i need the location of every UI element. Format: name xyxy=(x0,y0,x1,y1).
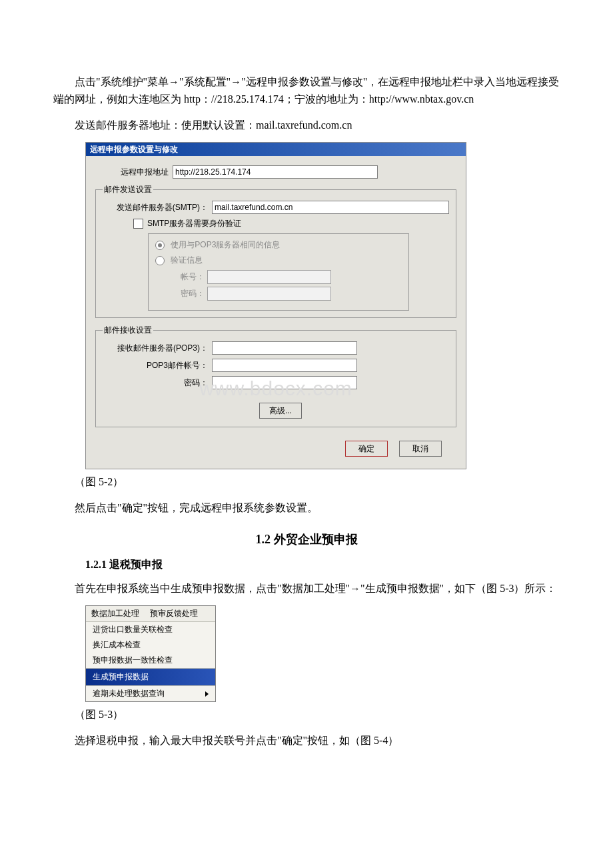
data-processing-menu: 数据加工处理 预审反馈处理 进货出口数量关联检查 换汇成本检查 预申报数据一致性… xyxy=(85,605,216,702)
radio-use-pop3-info[interactable] xyxy=(155,241,165,250)
mail-send-legend: 邮件发送设置 xyxy=(103,184,153,195)
menu-item-generate-predeclare[interactable]: 生成预申报数据 xyxy=(86,668,215,685)
pop3-password-label: 密码： xyxy=(103,377,212,389)
pop3-server-label: 接收邮件服务器(POP3)： xyxy=(103,343,212,354)
menu-item-consistency-check[interactable]: 预申报数据一致性检查 xyxy=(86,653,215,668)
mail-recv-fieldset: 邮件接收设置 接收邮件服务器(POP3)： POP3邮件帐号： 密码： www.… xyxy=(95,325,456,427)
figure-5-3-caption: （图 5-3） xyxy=(53,706,560,723)
smtp-auth-checkbox[interactable] xyxy=(133,219,143,229)
smtp-label: 发送邮件服务器(SMTP)： xyxy=(103,202,212,213)
menu-item-overdue-query[interactable]: 逾期未处理数据查询 xyxy=(86,685,215,701)
smtp-account-input xyxy=(207,270,331,284)
paragraph-5: 选择退税申报，输入最大申报关联号并点击"确定"按钮，如（图 5-4） xyxy=(53,732,560,749)
section-1-2-heading: 1.2 外贸企业预申报 xyxy=(53,531,560,547)
advanced-button[interactable]: 高级... xyxy=(259,403,302,419)
paragraph-2: 发送邮件服务器地址：使用默认设置：mail.taxrefund.com.cn xyxy=(53,117,560,134)
pop3-server-input[interactable] xyxy=(212,341,357,355)
mail-send-fieldset: 邮件发送设置 发送邮件服务器(SMTP)： SMTP服务器需要身份验证 使用与P… xyxy=(95,184,456,318)
smtp-account-label: 帐号： xyxy=(177,271,205,283)
remote-address-label: 远程申报地址 xyxy=(95,167,173,178)
pop3-account-input[interactable] xyxy=(212,359,357,372)
radio-use-pop3-label: 使用与POP3服务器相同的信息 xyxy=(171,240,280,249)
paragraph-3: 然后点击"确定"按钮，完成远程申报系统参数设置。 xyxy=(53,499,560,517)
smtp-input[interactable] xyxy=(212,201,449,214)
smtp-password-label: 密码： xyxy=(177,288,205,299)
paragraph-1: 点击"系统维护"菜单→"系统配置"→"远程申报参数设置与修改"，在远程申报地址栏… xyxy=(53,73,560,109)
mail-recv-legend: 邮件接收设置 xyxy=(103,325,153,336)
remote-settings-dialog: 远程申报参数设置与修改 远程申报地址 邮件发送设置 发送邮件服务器(SMTP)：… xyxy=(85,142,466,469)
pop3-account-label: POP3邮件帐号： xyxy=(103,360,212,371)
menu-head-data-process[interactable]: 数据加工处理 xyxy=(86,606,145,621)
menu-item-cost-check[interactable]: 换汇成本检查 xyxy=(86,637,215,653)
ok-button[interactable]: 确定 xyxy=(345,441,388,457)
paragraph-4: 首先在申报系统当中生成预申报数据，点击"数据加工处理"→"生成预申报数据"，如下… xyxy=(53,580,560,597)
smtp-auth-options: 使用与POP3服务器相同的信息 验证信息 帐号： 密码： xyxy=(148,233,409,311)
smtp-password-input xyxy=(207,287,331,301)
radio-verify-label: 验证信息 xyxy=(171,255,203,265)
radio-verify-info[interactable] xyxy=(155,256,165,265)
menu-item-link-check[interactable]: 进货出口数量关联检查 xyxy=(86,622,215,637)
dialog-titlebar: 远程申报参数设置与修改 xyxy=(86,143,466,156)
remote-address-input[interactable] xyxy=(173,165,378,179)
cancel-button[interactable]: 取消 xyxy=(399,441,442,457)
section-1-2-1-heading: 1.2.1 退税预申报 xyxy=(85,558,560,572)
menu-head-feedback[interactable]: 预审反馈处理 xyxy=(145,606,203,621)
figure-5-2-caption: （图 5-2） xyxy=(53,473,560,491)
pop3-password-input[interactable] xyxy=(212,376,357,389)
submenu-arrow-icon xyxy=(205,691,209,697)
smtp-auth-label: SMTP服务器需要身份验证 xyxy=(147,218,241,229)
